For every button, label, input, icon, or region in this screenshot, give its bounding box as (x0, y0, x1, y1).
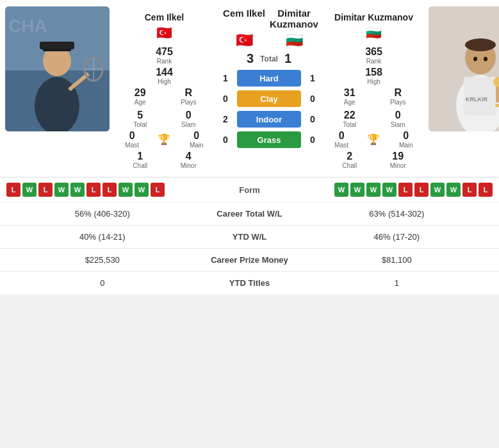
grass-badge: Grass (237, 131, 301, 148)
court-row-clay: 0 Clay 0 (219, 90, 319, 107)
form-left-1: L (6, 183, 20, 197)
form-left-10: L (151, 183, 165, 197)
ytd-titles-row: 0 YTD Titles 1 (0, 271, 499, 294)
left-minor-value: 4 (172, 151, 204, 162)
svg-text:CHA: CHA (8, 16, 47, 36)
left-plays-value: R (172, 87, 204, 99)
right-total-cell: 22 Total (334, 110, 366, 128)
form-left-4: W (54, 183, 69, 197)
form-right-7: W (430, 183, 445, 197)
right-mast-value: 0 (325, 130, 357, 142)
right-slam-value: 0 (382, 110, 414, 121)
left-main-cell: 0 Main (181, 130, 213, 149)
right-main-label: Main (390, 142, 422, 149)
svg-point-14 (465, 38, 496, 51)
court-row-grass: 0 Grass 0 (219, 131, 319, 148)
ytd-titles-left: 0 (13, 278, 192, 288)
clay-left-score: 0 (219, 94, 232, 104)
right-plays-cell: R Plays (382, 87, 414, 106)
form-right-6: L (414, 183, 429, 197)
total-score-row: 3 Total 1 (219, 51, 319, 66)
right-high-value: 158 (358, 67, 390, 78)
form-left-3: L (38, 183, 53, 197)
left-total-label: Total (124, 121, 156, 128)
left-trophy-icon: 🏆 (148, 130, 180, 149)
center-player-names: Cem Ilkel Dimitar Kuzmanov (219, 6, 319, 32)
left-chall-value: 1 (124, 151, 156, 162)
right-minor-value: 19 (382, 151, 414, 162)
right-mast-cell: 0 Mast (325, 130, 357, 149)
left-total-value: 5 (124, 110, 156, 121)
svg-rect-6 (40, 42, 74, 49)
court-rows: 1 Hard 1 0 Clay 0 2 Indoor 0 0 Grass (219, 70, 319, 152)
ytd-wl-right: 46% (17-20) (307, 232, 487, 242)
left-total-score: 3 (247, 51, 254, 66)
right-chall-cell: 2 Chall (334, 151, 366, 169)
form-right-4: W (382, 183, 397, 197)
career-wl-row: 56% (406-320) Career Total W/L 63% (514-… (0, 202, 499, 225)
svg-text:KRLKiR: KRLKiR (466, 96, 487, 103)
form-left: L W L W W L L W W L (6, 183, 222, 197)
right-total-slam: 22 Total 0 Slam (325, 110, 422, 128)
form-right-2: W (350, 183, 364, 197)
player-left-flag: 🇹🇷 (156, 25, 172, 40)
left-total-cell: 5 Total (124, 110, 156, 128)
form-right-9: L (462, 183, 477, 197)
prize-money-label: Career Prize Money (192, 255, 307, 265)
left-plays-cell: R Plays (172, 87, 204, 106)
right-chall-minor: 2 Chall 19 Minor (325, 151, 422, 169)
ytd-wl-row: 40% (14-21) YTD W/L 46% (17-20) (0, 225, 499, 248)
right-plays-label: Plays (382, 99, 414, 106)
stats-rows: 56% (406-320) Career Total W/L 63% (514-… (0, 202, 499, 294)
center-left-name: Cem Ilkel (219, 8, 269, 29)
career-wl-right: 63% (514-302) (307, 209, 487, 219)
left-mast-label: Mast (116, 142, 148, 149)
left-rank-high: 475 Rank (116, 46, 213, 65)
center-right-name: Dimitar Kuzmanov (269, 8, 319, 29)
player-left-name-area: Cem Ilkel 🇹🇷 (116, 9, 213, 44)
form-left-5: W (70, 183, 85, 197)
left-high-row: 144 High (116, 67, 213, 85)
right-minor-cell: 19 Minor (382, 151, 414, 169)
form-right-8: W (446, 183, 461, 197)
form-section: L W L W W L L W W L Form W W W W L L W W… (0, 177, 499, 202)
player-right-name: Dimitar Kuzmanov (334, 12, 413, 22)
left-minor-cell: 4 Minor (172, 151, 204, 169)
career-wl-left: 56% (406-320) (13, 209, 192, 219)
left-chall-label: Chall (124, 162, 156, 169)
left-rank-cell: 475 Rank (149, 46, 181, 65)
right-main-value: 0 (390, 130, 422, 142)
player-left-photo: CHA (5, 6, 110, 131)
left-plays-label: Plays (172, 99, 204, 106)
form-right-10: L (479, 183, 493, 197)
ytd-titles-label: YTD Titles (192, 278, 307, 288)
player-right-card: Dimitar Kuzmanov 🇧🇬 365 Rank 158 High 31 (322, 6, 426, 174)
right-rank-high: 365 Rank (325, 46, 422, 65)
left-rank-label: Rank (149, 58, 181, 65)
left-high-label: High (149, 78, 181, 85)
prize-money-row: $225,530 Career Prize Money $81,100 (0, 248, 499, 271)
right-chall-value: 2 (334, 151, 366, 162)
left-high-cell: 144 High (149, 67, 181, 85)
main-container: CHA Cem Ilkel 🇹🇷 (0, 0, 499, 294)
right-main-cell: 0 Main (390, 130, 422, 149)
left-main-value: 0 (181, 130, 213, 142)
left-minor-label: Minor (172, 162, 204, 169)
right-age-label: Age (334, 99, 366, 106)
right-rank-value: 365 (358, 46, 390, 58)
career-wl-label: Career Total W/L (192, 209, 307, 219)
players-row: CHA Cem Ilkel 🇹🇷 (0, 0, 499, 177)
player-right-name-area: Dimitar Kuzmanov 🇧🇬 (325, 9, 422, 44)
svg-rect-21 (495, 104, 499, 107)
form-right-1: W (334, 183, 348, 197)
right-high-row: 158 High (325, 67, 422, 85)
right-mast-label: Mast (325, 142, 357, 149)
right-high-label: High (358, 78, 390, 85)
left-mast-main: 0 Mast 🏆 0 Main (116, 130, 213, 149)
left-age-row: 29 Age R Plays (116, 87, 213, 106)
player-right-photo: KRLKiR (429, 6, 499, 131)
form-label: Form (224, 185, 275, 195)
player-left-name: Cem Ilkel (145, 12, 184, 22)
right-total-value: 22 (334, 110, 366, 121)
right-rank-label: Rank (358, 58, 390, 65)
